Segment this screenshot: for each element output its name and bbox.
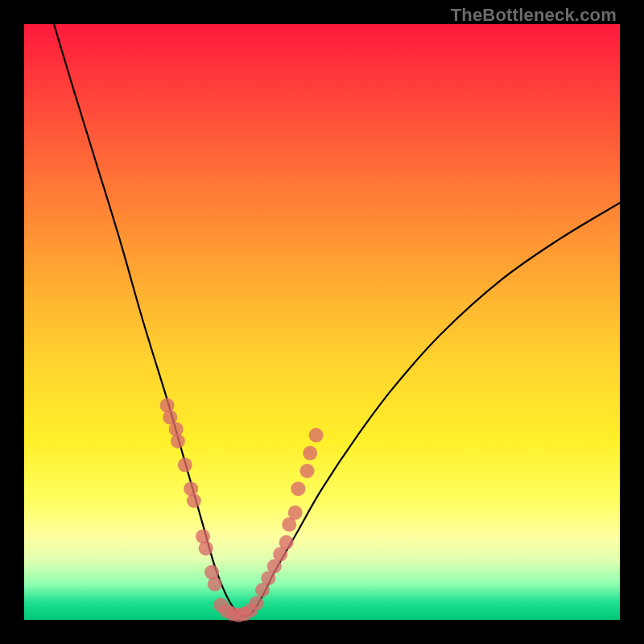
data-marker [199,541,213,555]
data-markers [160,398,324,622]
data-marker [300,464,315,478]
data-marker [171,434,185,448]
data-marker [208,577,222,592]
bottleneck-chart [24,24,620,620]
data-marker [279,535,294,550]
watermark-text: TheBottleneck.com [451,5,617,26]
data-marker [178,458,192,473]
data-marker [250,596,264,610]
data-marker [303,446,317,460]
data-marker [309,428,324,443]
data-marker [291,481,305,496]
bottleneck-curve [54,24,620,617]
data-marker [288,506,303,520]
data-marker [187,493,201,508]
